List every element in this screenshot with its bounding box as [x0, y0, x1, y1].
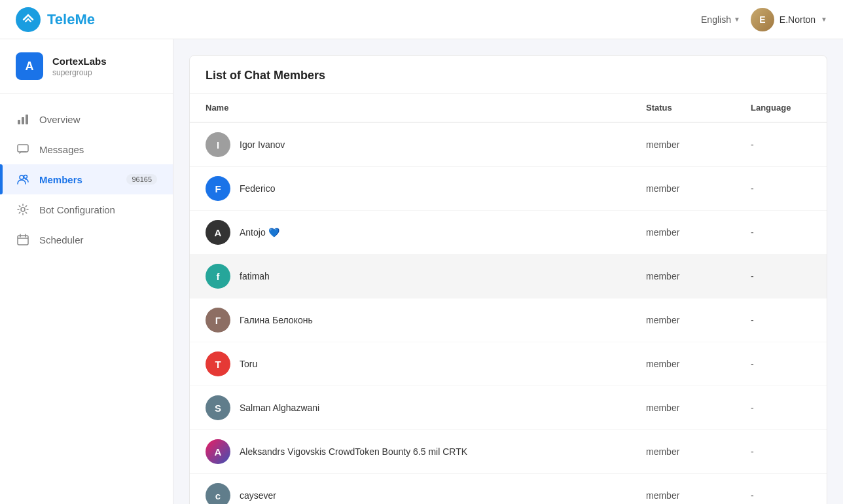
language-selector[interactable]: English ▼	[701, 14, 740, 25]
logo-icon	[16, 7, 41, 32]
member-language-cell: -	[735, 167, 827, 211]
workspace-name: CortexLabs	[52, 56, 107, 67]
table-row[interactable]: Г Галина Белоконь member -	[190, 298, 827, 342]
member-status-cell: member	[630, 474, 735, 505]
sidebar-item-bot-configuration[interactable]: Bot Configuration	[0, 194, 173, 225]
table-row[interactable]: f fatimah member -	[190, 255, 827, 298]
member-language-cell: -	[735, 255, 827, 298]
status-badge: member	[646, 315, 679, 325]
member-status-cell: member	[630, 430, 735, 474]
table-row[interactable]: c caysever member -	[190, 474, 827, 505]
table-row[interactable]: I Igor Ivanov member -	[190, 122, 827, 167]
avatar: A	[206, 439, 230, 464]
language-value: -	[751, 139, 754, 150]
svg-rect-1	[22, 117, 24, 124]
workspace-info: CortexLabs supergroup	[52, 56, 107, 77]
member-name: fatimah	[240, 271, 270, 281]
avatar: c	[206, 483, 230, 504]
language-value: -	[751, 403, 754, 413]
sidebar-item-messages[interactable]: Messages	[0, 134, 173, 164]
avatar: Г	[206, 308, 230, 333]
svg-rect-2	[26, 115, 28, 124]
chart-icon	[16, 112, 30, 126]
members-badge: 96165	[126, 174, 157, 185]
member-status-cell: member	[630, 211, 735, 255]
user-name: E.Norton	[780, 14, 816, 25]
sidebar-label-overview: Overview	[39, 114, 81, 125]
member-language-cell: -	[735, 430, 827, 474]
members-icon	[16, 172, 30, 187]
avatar: A	[206, 220, 230, 245]
status-badge: member	[646, 227, 679, 238]
svg-rect-3	[18, 145, 28, 152]
col-language: Language	[735, 94, 827, 122]
content-area: List of Chat Members Name Status Languag…	[173, 39, 843, 504]
member-name-cell: S Salman Alghazwani	[190, 386, 630, 430]
member-name: Aleksandrs Vigovskis CrowdToken Bounty 6…	[240, 446, 467, 457]
member-name: Salman Alghazwani	[240, 403, 319, 413]
status-badge: member	[646, 446, 679, 457]
member-name-cell: T Toru	[190, 342, 630, 386]
member-name-cell: I Igor Ivanov	[190, 122, 630, 167]
svg-point-4	[20, 175, 24, 179]
member-name-cell: F Federico	[190, 167, 630, 211]
sidebar-item-members[interactable]: Members 96165	[0, 164, 173, 194]
member-name-cell: A Antojo 💙	[190, 211, 630, 255]
workspace-icon: A	[16, 52, 43, 80]
language-value: -	[751, 359, 754, 369]
gear-icon	[16, 202, 30, 217]
member-name: Toru	[240, 359, 257, 369]
avatar: f	[206, 264, 230, 289]
status-badge: member	[646, 359, 679, 369]
sidebar: A CortexLabs supergroup Overview	[0, 39, 173, 504]
table-row[interactable]: A Aleksandrs Vigovskis CrowdToken Bounty…	[190, 430, 827, 474]
language-value: -	[751, 183, 754, 194]
card-header: List of Chat Members	[190, 56, 827, 94]
member-name-cell: f fatimah	[190, 255, 630, 298]
header-right: English ▼ E E.Norton ▼	[701, 8, 827, 31]
language-value: -	[751, 315, 754, 325]
table-row[interactable]: S Salman Alghazwani member -	[190, 386, 827, 430]
workspace-type: supergroup	[52, 68, 107, 77]
nav-menu: Overview Messages	[0, 94, 173, 504]
status-badge: member	[646, 271, 679, 281]
members-table: Name Status Language I Igor Ivanov membe…	[190, 94, 827, 504]
language-value: -	[751, 227, 754, 238]
sidebar-label-members: Members	[39, 174, 82, 185]
member-language-cell: -	[735, 211, 827, 255]
svg-rect-7	[18, 236, 28, 245]
table-row[interactable]: F Federico member -	[190, 167, 827, 211]
language-value: -	[751, 490, 754, 501]
avatar: E	[751, 8, 774, 31]
member-language-cell: -	[735, 474, 827, 505]
message-icon	[16, 142, 30, 156]
svg-rect-0	[18, 120, 20, 124]
table-header-row: Name Status Language	[190, 94, 827, 122]
table-row[interactable]: T Toru member -	[190, 342, 827, 386]
member-language-cell: -	[735, 298, 827, 342]
member-status-cell: member	[630, 122, 735, 167]
sidebar-label-bot-configuration: Bot Configuration	[39, 204, 115, 215]
table-row[interactable]: A Antojo 💙 member -	[190, 211, 827, 255]
status-badge: member	[646, 490, 679, 501]
avatar: I	[206, 132, 230, 157]
user-area[interactable]: E E.Norton ▼	[751, 8, 827, 31]
workspace-header: A CortexLabs supergroup	[0, 39, 173, 94]
sidebar-item-overview[interactable]: Overview	[0, 104, 173, 134]
logo-area: TeleMe	[16, 7, 95, 32]
status-badge: member	[646, 183, 679, 194]
status-badge: member	[646, 403, 679, 413]
sidebar-label-scheduler: Scheduler	[39, 234, 84, 245]
col-status: Status	[630, 94, 735, 122]
member-status-cell: member	[630, 298, 735, 342]
member-name: Federico	[240, 183, 275, 194]
member-status-cell: member	[630, 342, 735, 386]
member-status-cell: member	[630, 386, 735, 430]
member-name-cell: A Aleksandrs Vigovskis CrowdToken Bounty…	[190, 430, 630, 474]
member-name: caysever	[240, 490, 276, 501]
svg-point-6	[21, 207, 25, 211]
sidebar-item-scheduler[interactable]: Scheduler	[0, 225, 173, 255]
page-title: List of Chat Members	[206, 69, 811, 82]
member-language-cell: -	[735, 342, 827, 386]
language-label: English	[701, 14, 731, 25]
